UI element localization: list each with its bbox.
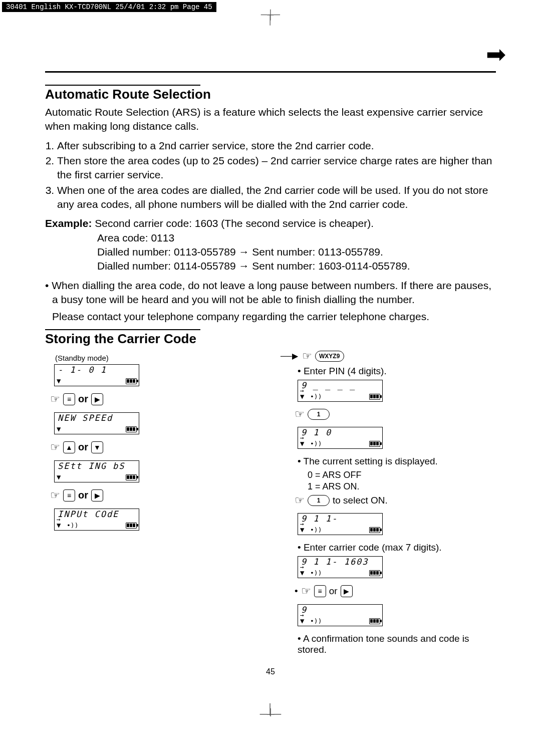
battery-icon (126, 474, 137, 480)
current-setting-text: • The current setting is displayed. (298, 456, 496, 467)
lcd-911-text: 9 1 1- (301, 515, 379, 523)
example-label: Example: (45, 217, 92, 229)
lcd-pin: 9 _ _ _ _ → ▼ •)) (298, 380, 383, 402)
action-up-or-down: ☜ ▲ or ▼ (50, 441, 260, 453)
ars-off-text: 0 = ARS OFF (308, 470, 496, 480)
sound-icon: •)) (310, 569, 322, 577)
press-icon: ☜ (50, 490, 60, 501)
lcd-9: 9 → ▼ •)) (298, 604, 383, 626)
steps-list: After subscribing to a 2nd carrier servi… (45, 139, 496, 212)
lcd-standby-text: - 1- 0 1 (58, 366, 136, 374)
menu-button-icon: ≡ (314, 585, 326, 597)
standby-label: (Standby mode) (55, 354, 260, 362)
antenna-icon: ▼ (57, 377, 61, 385)
battery-icon (369, 570, 380, 576)
lcd-911: 9 1 1- → ▼ •)) (298, 513, 383, 535)
action-press-1: ☜ 1 (295, 409, 496, 420)
antenna-icon: ▼ (57, 425, 61, 433)
step-2: Then store the area codes (up to 25 code… (57, 154, 496, 182)
lcd-911-1603-text: 9 1 1- 1603 (301, 558, 379, 566)
battery-icon (369, 618, 380, 624)
right-arrow-button-icon: ▶ (91, 393, 103, 405)
antenna-icon: ▼ (300, 569, 304, 577)
press-icon: ☜ (50, 394, 60, 405)
right-arrow-button-icon: ▶ (91, 489, 103, 501)
step-1: After subscribing to a 2nd carrier servi… (57, 139, 496, 153)
bullet-note: • When dialling the area code, do not le… (45, 279, 496, 307)
press-icon: ☜ (301, 586, 311, 597)
battery-icon (126, 426, 137, 432)
intro-text: Automatic Route Selection (ARS) is a fea… (45, 105, 496, 134)
confirmation-text: • A confirmation tone sounds and code is… (298, 633, 496, 655)
sound-icon: •)) (310, 526, 322, 534)
key-1-button-icon: 1 (308, 495, 330, 506)
example-line-2: Area code: 0113 (97, 231, 496, 245)
print-header: 30401 English KX-TCD700NL 25/4/01 2:32 p… (2, 2, 216, 12)
menu-button-icon: ≡ (63, 489, 75, 501)
top-rule (45, 71, 496, 73)
page-number: 45 (45, 667, 496, 676)
action-menu-or-right-2: ☜ ≡ or ▶ (50, 489, 260, 501)
section-title-ars: Automatic Route Selection (45, 87, 496, 102)
enter-carrier-text: • Enter carrier code (max 7 digits). (298, 542, 496, 553)
down-arrow-button-icon: ▼ (91, 441, 103, 453)
antenna-icon: ▼ (57, 521, 61, 529)
antenna-icon: ▼ (300, 439, 304, 447)
example-block: Example: Second carrier code: 1603 (The … (45, 216, 496, 273)
select-on-text: to select ON. (333, 495, 388, 506)
press-icon: ☜ (295, 495, 305, 506)
section-rule-2 (45, 329, 200, 330)
next-page-arrow-icon: ➡ (0, 47, 541, 62)
antenna-icon: ▼ (300, 392, 304, 400)
ars-on-text: 1 = ARS ON. (308, 481, 496, 492)
action-press-9: ──▶ ☜ WXYZ9 (281, 351, 496, 362)
lcd-setting-bs-text: SEtt ING bS (58, 462, 136, 470)
example-line-1: Second carrier code: 1603 (The second se… (95, 217, 374, 229)
section-title-storing: Storing the Carrier Code (45, 331, 496, 347)
step-3: When one of the area codes are dialled, … (57, 183, 496, 212)
battery-icon (126, 378, 137, 384)
key-9-button-icon: WXYZ9 (315, 351, 344, 362)
sound-icon: •)) (310, 440, 322, 447)
crop-mark-bottom: │─┼─ (0, 706, 541, 716)
press-icon: ☜ (302, 351, 312, 362)
lcd-input-code-text: INPUt COdE (58, 510, 136, 519)
lcd-setting-bs: SEtt ING bS ▼ (54, 460, 139, 482)
lcd-new-speed-text: NEW SPEEd (58, 414, 136, 422)
or-text-3: or (78, 489, 88, 501)
lcd-pin-text: 9 _ _ _ _ (301, 381, 379, 390)
right-arrow-button-icon: ▶ (341, 585, 353, 597)
press-icon: ☜ (50, 442, 60, 453)
lcd-910: 9 1 0 → ▼ •)) (298, 427, 383, 449)
example-line-3: Dialled number: 0113-055789 → Sent numbe… (97, 245, 496, 259)
antenna-icon: ▼ (57, 473, 61, 481)
antenna-icon: ▼ (300, 617, 304, 625)
crop-mark-top: ─┼─│ (0, 12, 541, 22)
or-text-2: or (78, 441, 88, 453)
lcd-new-speed: NEW SPEEd ▼ (54, 412, 139, 434)
battery-icon (369, 441, 380, 447)
flow-arrow-icon: ──▶ (281, 351, 298, 361)
sound-icon: •)) (310, 617, 322, 625)
menu-button-icon: ≡ (63, 393, 75, 405)
sound-icon: •)) (310, 393, 322, 400)
section-rule-1 (45, 85, 200, 86)
up-arrow-button-icon: ▲ (63, 441, 75, 453)
battery-icon (126, 523, 137, 529)
battery-icon (369, 394, 380, 400)
lcd-910-text: 9 1 0 (301, 428, 379, 437)
lcd-9-text: 9 (301, 606, 379, 614)
action-menu-or-right-3: • ☜ ≡ or ▶ (295, 585, 496, 597)
or-text-1: or (78, 393, 88, 405)
lcd-input-code: INPUt COdE → ▼ •)) (54, 509, 139, 531)
antenna-icon: ▼ (300, 526, 304, 534)
example-line-4: Dialled number: 0114-055789 → Sent numbe… (97, 259, 496, 273)
left-column: (Standby mode) - 1- 0 1 ▼ ☜ ≡ or ▶ NEW S… (45, 351, 260, 658)
lcd-911-1603: 9 1 1- 1603 → ▼ •)) (298, 556, 383, 578)
press-icon: ☜ (295, 409, 305, 420)
carrier-note: Please contact your telephone company re… (45, 310, 496, 324)
key-1-button-icon: 1 (308, 409, 330, 420)
action-menu-or-right-1: ☜ ≡ or ▶ (50, 393, 260, 405)
action-press-1-select-on: ☜ 1 to select ON. (295, 495, 496, 506)
or-text-4: or (329, 586, 338, 597)
